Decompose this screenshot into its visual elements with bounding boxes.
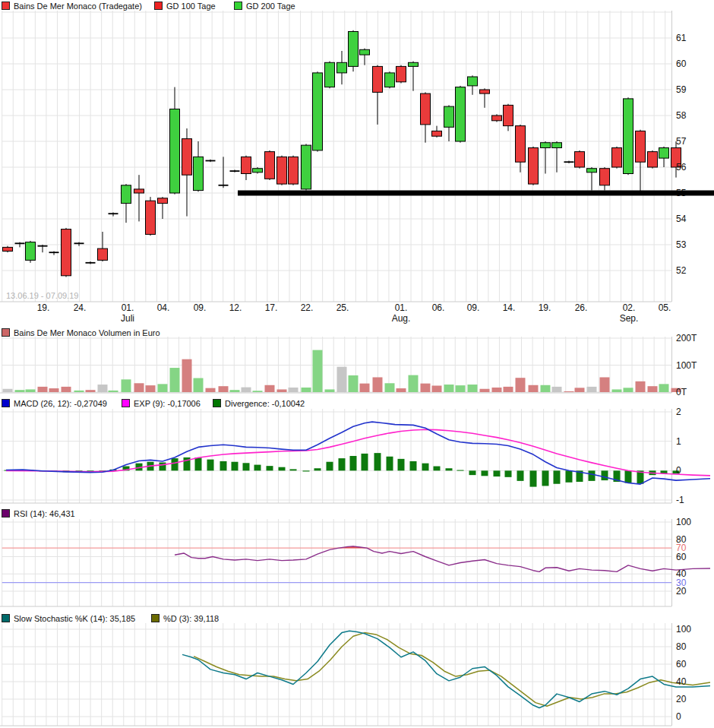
legend-divergence: Divergence: -0,10042 (213, 398, 305, 408)
svg-text:61: 61 (676, 33, 687, 43)
macd-legend: MACD (26, 12): -0,27049 EXP (9): -0,1700… (0, 398, 714, 408)
svg-text:2: 2 (676, 407, 681, 417)
svg-text:19.: 19. (539, 302, 551, 313)
stoch-k-label: Slow Stochastic %K (14): 35,185 (14, 614, 135, 623)
svg-text:1: 1 (676, 436, 681, 447)
date-range-label: 13.06.19 - 07.09.19 (6, 291, 78, 300)
svg-text:100T: 100T (676, 360, 697, 371)
legend-gd200: GD 200 Tage (234, 1, 295, 11)
svg-text:12.: 12. (229, 302, 242, 313)
volume-legend: Bains De Mer Monaco Volumen in Euro (0, 328, 714, 337)
svg-text:54: 54 (676, 214, 687, 224)
stoch-k-swatch (2, 614, 10, 622)
rsi-label: RSI (14): 46,431 (14, 509, 75, 518)
legend-price-series: Bains De Mer Monaco (Tradegate) (2, 1, 142, 11)
svg-text:24.: 24. (74, 302, 87, 313)
svg-text:59: 59 (676, 84, 687, 95)
svg-text:01.: 01. (122, 302, 134, 313)
divergence-swatch (213, 399, 221, 407)
volume-series-swatch (2, 328, 10, 337)
svg-text:40: 40 (676, 676, 687, 687)
legend-volume-series: Bains De Mer Monaco Volumen in Euro (2, 328, 160, 337)
svg-text:60: 60 (676, 659, 687, 669)
svg-text:60: 60 (676, 552, 687, 562)
svg-text:-1: -1 (676, 495, 684, 505)
svg-text:14.: 14. (503, 302, 516, 313)
legend-gd100: GD 100 Tage (154, 1, 216, 11)
exp-label: EXP (9): -0,17006 (134, 399, 201, 408)
price-legend: Bains De Mer Monaco (Tradegate) GD 100 T… (0, 1, 714, 11)
gd200-swatch (234, 2, 242, 10)
legend-exp-line: EXP (9): -0,17006 (122, 398, 201, 408)
svg-text:100: 100 (676, 624, 691, 635)
svg-text:25.: 25. (336, 302, 349, 313)
gd100-swatch (154, 2, 163, 10)
svg-text:17.: 17. (265, 302, 278, 313)
stoch-legend: Slow Stochastic %K (14): 35,185 %D (3): … (0, 613, 714, 623)
divergence-label: Divergence: -0,10042 (225, 399, 305, 408)
gd200-label: GD 200 Tage (246, 2, 295, 11)
svg-text:0T: 0T (676, 387, 687, 397)
stoch-d-swatch (151, 614, 160, 622)
exp-swatch (122, 399, 130, 407)
stock-chart-page: 52535455565758596061200T100T0T210-110080… (0, 0, 714, 728)
svg-text:56: 56 (676, 162, 687, 173)
svg-text:02.: 02. (623, 302, 636, 313)
svg-text:60: 60 (676, 59, 687, 69)
rsi-swatch (2, 509, 10, 518)
macd-swatch (2, 399, 10, 407)
svg-text:22.: 22. (301, 302, 314, 313)
rsi-legend: RSI (14): 46,431 (0, 508, 714, 518)
svg-text:20: 20 (676, 586, 687, 597)
svg-text:53: 53 (676, 239, 687, 250)
svg-text:05.: 05. (659, 302, 671, 313)
svg-text:100: 100 (676, 517, 691, 527)
svg-text:Juli: Juli (121, 313, 134, 324)
price-series-swatch (2, 2, 10, 10)
svg-text:09.: 09. (467, 302, 480, 313)
volume-series-label: Bains De Mer Monaco Volumen in Euro (14, 328, 160, 337)
svg-text:52: 52 (676, 265, 687, 276)
gd100-label: GD 100 Tage (166, 2, 216, 11)
svg-text:0: 0 (676, 465, 681, 476)
svg-text:19.: 19. (37, 302, 50, 313)
svg-text:20: 20 (676, 694, 687, 704)
svg-text:01.: 01. (395, 302, 408, 313)
stoch-d-label: %D (3): 39,118 (163, 614, 219, 623)
svg-text:09.: 09. (194, 302, 207, 313)
macd-label: MACD (26, 12): -0,27049 (14, 399, 107, 408)
svg-text:0: 0 (676, 711, 681, 722)
price-series-label: Bains De Mer Monaco (Tradegate) (14, 2, 142, 11)
svg-text:58: 58 (676, 110, 687, 121)
legend-macd-line: MACD (26, 12): -0,27049 (2, 398, 107, 408)
svg-text:80: 80 (676, 641, 687, 652)
svg-text:Sep.: Sep. (620, 313, 639, 324)
legend-rsi-line: RSI (14): 46,431 (2, 508, 75, 518)
svg-text:26.: 26. (575, 302, 588, 313)
legend-stoch-k: Slow Stochastic %K (14): 35,185 (2, 613, 135, 623)
svg-text:04.: 04. (157, 302, 170, 313)
svg-text:06.: 06. (432, 302, 445, 313)
svg-text:57: 57 (676, 136, 687, 147)
svg-text:Aug.: Aug. (392, 313, 411, 324)
legend-stoch-d: %D (3): 39,118 (151, 613, 219, 623)
